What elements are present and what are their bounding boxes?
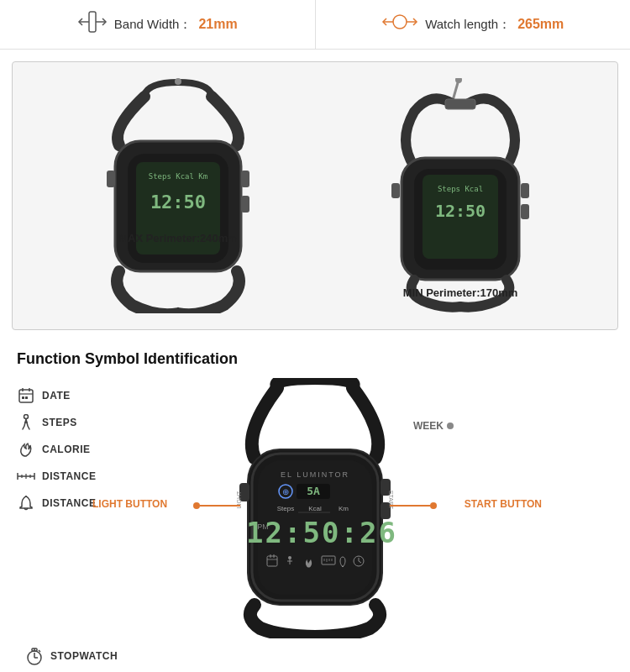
function-section: Function Symbol Identification DATE xyxy=(0,342,630,672)
svg-text:⊕: ⊕ xyxy=(282,487,289,496)
svg-text:EL LUMINTOR: EL LUMINTOR xyxy=(281,470,349,479)
stopwatch-icon xyxy=(25,647,44,665)
start-button-line xyxy=(390,505,430,507)
stopwatch-label: STOPWATCH xyxy=(50,650,118,662)
function-item-calorie: CALORIE xyxy=(17,436,172,463)
svg-rect-34 xyxy=(22,396,24,399)
svg-rect-27 xyxy=(521,183,529,198)
function-item-distance1: DISTANCE xyxy=(17,463,172,490)
svg-text:12:50:26: 12:50:26 xyxy=(246,516,397,549)
start-button-text: START BUTTON xyxy=(465,498,542,510)
watch-face-wrapper: WEEK LIGHT BUTTON START BUTTON xyxy=(197,378,433,638)
watch-length-value: 265mm xyxy=(517,17,564,32)
svg-text:Kcal: Kcal xyxy=(308,505,322,512)
date-icon xyxy=(17,386,35,405)
svg-point-3 xyxy=(393,15,407,29)
watch-length-icon xyxy=(381,12,418,37)
function-item-stopwatch: STOPWATCH xyxy=(25,643,613,669)
svg-text:Steps Kcal Km: Steps Kcal Km xyxy=(149,172,207,181)
svg-point-65 xyxy=(288,556,291,559)
svg-point-6 xyxy=(175,78,181,85)
band-width-label: Band Width： xyxy=(114,17,192,33)
steps-label: STEPS xyxy=(42,417,77,428)
max-watch-diagram: 12:50 Steps Kcal Km MAX Perimeter:240mm xyxy=(77,78,279,313)
svg-text:Steps Kcal: Steps Kcal xyxy=(438,185,483,193)
start-button-label-area: START BUTTON xyxy=(465,496,542,511)
function-title: Function Symbol Identification xyxy=(17,350,613,368)
band-width-value: 21mm xyxy=(198,17,237,32)
svg-rect-30 xyxy=(19,390,33,402)
band-width-cell: Band Width： 21mm xyxy=(0,0,316,49)
date-label: DATE xyxy=(42,390,71,402)
start-button-container xyxy=(390,502,437,509)
distance1-icon xyxy=(17,467,35,486)
specs-row: Band Width： 21mm Watch length： 265mm xyxy=(0,0,630,50)
svg-text:Steps: Steps xyxy=(277,505,294,512)
week-dot xyxy=(447,423,454,429)
svg-rect-13 xyxy=(241,196,249,213)
svg-rect-35 xyxy=(25,396,28,399)
distance2-label: DISTANCE xyxy=(42,497,96,509)
svg-rect-20 xyxy=(445,99,475,109)
calorie-icon xyxy=(17,440,35,459)
svg-text:12:50: 12:50 xyxy=(435,201,486,221)
function-item-steps: STEPS xyxy=(17,409,172,436)
svg-rect-26 xyxy=(391,183,400,198)
week-label-text: WEEK xyxy=(413,420,444,432)
start-button-dot xyxy=(430,502,437,509)
svg-rect-0 xyxy=(89,12,96,32)
distance2-icon xyxy=(17,494,35,512)
svg-point-19 xyxy=(455,78,462,83)
min-watch-diagram: 12:50 Steps Kcal MIN Perimeter:170mm xyxy=(368,78,553,313)
svg-rect-11 xyxy=(107,171,115,187)
svg-text:Km: Km xyxy=(339,505,349,512)
svg-rect-28 xyxy=(521,204,529,219)
center-column: WEEK LIGHT BUTTON START BUTTON xyxy=(172,378,458,638)
function-item-date: DATE xyxy=(17,382,172,409)
light-button-text: LIGHT BUTTON xyxy=(92,498,167,510)
lower-layout: DATE STEPS xyxy=(17,378,613,638)
week-line-container: WEEK xyxy=(413,420,454,432)
bottom-items-container: STOPWATCH REMOTE CAMERA CALL xyxy=(17,643,613,672)
watch-length-label: Watch length： xyxy=(425,17,511,33)
svg-text:5A: 5A xyxy=(307,485,320,497)
calorie-label: CALORIE xyxy=(42,444,91,455)
light-button-container xyxy=(193,502,240,509)
min-watch-svg: 12:50 Steps Kcal MIN Perimeter:170mm xyxy=(368,78,553,313)
max-watch-svg: 12:50 Steps Kcal Km MAX Perimeter:240mm xyxy=(77,78,279,313)
svg-point-36 xyxy=(24,415,29,419)
svg-text:MIN Perimeter:170mm: MIN Perimeter:170mm xyxy=(403,286,518,299)
svg-rect-12 xyxy=(241,171,249,187)
distance1-label: DISTANCE xyxy=(42,470,96,482)
band-width-icon xyxy=(77,10,108,39)
steps-icon xyxy=(17,413,35,432)
svg-line-81 xyxy=(39,650,40,652)
svg-text:MAX Perimeter:240mm: MAX Perimeter:240mm xyxy=(118,232,238,244)
watch-length-cell: Watch length： 265mm xyxy=(316,0,631,49)
light-button-dot xyxy=(193,502,200,509)
right-column xyxy=(458,378,613,382)
svg-text:12:50: 12:50 xyxy=(150,192,206,213)
light-button-label-area: LIGHT BUTTON xyxy=(92,496,167,511)
light-button-line xyxy=(200,505,240,507)
watch-size-container: 12:50 Steps Kcal Km MAX Perimeter:240mm … xyxy=(12,61,618,330)
